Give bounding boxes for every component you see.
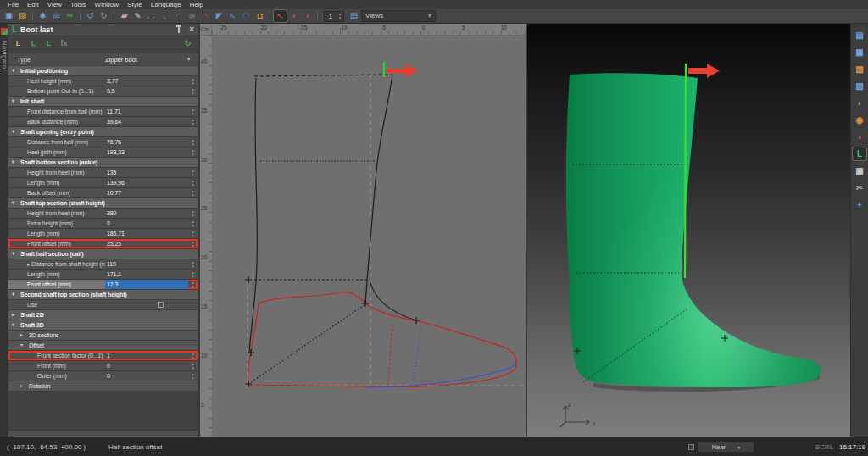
cut-icon[interactable]: ✂	[64, 10, 76, 22]
param-bottom-point-out-in-0-1[interactable]: Bottom point Out-In (0...1)0,5▴▾	[8, 86, 198, 97]
near-dropdown[interactable]: Near ▾	[698, 442, 754, 453]
section-shaft-top-section-shaft-height[interactable]: ▾Shaft top section (shaft height)	[8, 198, 198, 209]
chevron-down-icon[interactable]: ▾	[12, 97, 14, 106]
render-3d-viewport[interactable]: z x	[527, 24, 850, 437]
spinner-arrows-icon[interactable]: ▴▾	[188, 371, 198, 381]
lock-icon[interactable]: ◘	[253, 10, 266, 22]
shoe-pink-icon[interactable]: ◖	[853, 131, 866, 143]
menu-view[interactable]: View	[43, 0, 66, 9]
active-measure-icon[interactable]: ↖	[274, 10, 287, 22]
trim-icon[interactable]: ✂	[853, 181, 866, 194]
section-initial-positioning[interactable]: ▾Initial positioning	[8, 66, 198, 76]
param-value[interactable]: 171,1	[105, 270, 188, 279]
param-value[interactable]: 11,71	[105, 107, 188, 116]
front-offset-arrow-3d[interactable]	[688, 64, 720, 78]
boot-last-icon[interactable]: L	[853, 147, 866, 160]
param-value[interactable]: 0	[105, 219, 188, 228]
section-rotation[interactable]: ▸Rotation	[8, 381, 198, 392]
control-point-markers[interactable]	[245, 276, 420, 387]
param-length-mm[interactable]: Length (mm)171,1▴▾	[8, 270, 198, 280]
section-init-shaft[interactable]: ▾Init shaft	[8, 97, 198, 107]
boot-export-icon[interactable]: L	[12, 37, 25, 49]
spinner-arrows-icon[interactable]: ▴▾	[188, 351, 198, 360]
param-value[interactable]: 0	[105, 371, 188, 381]
param-length-mm[interactable]: Length (mm)186,71▴▾	[8, 229, 198, 239]
spinner-arrows-icon[interactable]: ▴▾	[188, 188, 198, 197]
spinner-arrows-icon[interactable]: ▴▾	[188, 147, 198, 157]
section-shaft-opening-entry-point[interactable]: ▾Shaft opening (entry point)	[8, 127, 198, 137]
boot-save-icon[interactable]: L	[27, 37, 40, 49]
spinner-arrows-icon[interactable]: ▴▾	[188, 219, 198, 228]
spinner-arrows-icon[interactable]: ▴▾	[188, 178, 198, 187]
spinner-arrows-icon[interactable]: ▴▾	[188, 86, 198, 96]
chevron-down-icon[interactable]: ▾	[12, 249, 14, 259]
param-front-section-factor-0-1[interactable]: Front section factor (0...1)1▴▾	[8, 351, 198, 361]
copies-spinner[interactable]: 1 ▴▾	[324, 11, 344, 22]
section-3d-sections[interactable]: ▸3D sections	[8, 331, 198, 341]
spinner-arrows-icon[interactable]: ▴▾	[188, 280, 198, 289]
chevron-down-icon[interactable]: ▾	[187, 56, 198, 63]
param-value[interactable]: 193,33	[105, 147, 188, 157]
redo-icon[interactable]: ↻	[97, 10, 110, 22]
param-height-from-heel-mm[interactable]: Height from heel (mm)135▴▾	[8, 168, 198, 178]
open-icon[interactable]: ▨	[16, 10, 29, 22]
param-front-distance-from-ball-mm[interactable]: Front distance from ball (mm)11,71▴▾	[8, 107, 198, 117]
spinner-arrows-icon[interactable]: ▴▾	[188, 117, 198, 126]
material-sphere-icon[interactable]: ◉	[853, 114, 866, 126]
param-distance-from-ball-mm[interactable]: Distance from ball (mm)76,76▴▾	[8, 137, 198, 147]
boot-load-icon[interactable]: L	[42, 37, 55, 49]
brush-icon[interactable]: ✎	[131, 10, 144, 22]
eraser-icon[interactable]: ▰	[118, 10, 131, 22]
refresh-icon[interactable]: ↻	[181, 37, 194, 49]
param-value[interactable]: 139,96	[105, 178, 188, 187]
param-extra-height-mm[interactable]: Extra height (mm)0▴▾	[8, 219, 198, 229]
param-back-distance-mm[interactable]: Back distance (mm)39,64▴▾	[8, 117, 198, 127]
navigator-icon[interactable]	[1, 28, 8, 35]
param-value[interactable]: 186,71	[105, 229, 188, 238]
chevron-down-icon[interactable]: ▾	[12, 320, 14, 330]
spinner-arrows-icon[interactable]: ▴▾	[188, 361, 198, 370]
param-length-mm[interactable]: Length (mm)139,96▴▾	[8, 178, 198, 188]
param-value[interactable]: 10,77	[105, 188, 188, 197]
spinner-arrows-icon[interactable]: ▴▾	[188, 209, 198, 218]
pin-icon[interactable]	[178, 27, 180, 33]
zoom-icon[interactable]: ◎	[50, 10, 63, 22]
chevron-right-icon[interactable]: ▸	[20, 381, 23, 391]
menu-style[interactable]: Style	[123, 0, 147, 9]
curve-icon[interactable]: ◡	[145, 10, 158, 22]
param-use[interactable]: Use	[8, 300, 198, 310]
spinner-arrows-icon[interactable]: ▴▾	[188, 76, 198, 86]
param-front-mm[interactable]: Front (mm)0▴▾	[8, 361, 198, 371]
menu-tools[interactable]: Tools	[66, 0, 91, 9]
section-second-shaft-top-section-shaft-height[interactable]: ▾Second shaft top section (shaft height)	[8, 290, 198, 300]
chevron-right-icon[interactable]: ▸	[20, 331, 23, 340]
param-value[interactable]: 12,3	[105, 280, 188, 289]
link-icon[interactable]: ∞	[186, 10, 198, 22]
panel-orange-icon[interactable]: ▧	[853, 63, 866, 75]
section-offset[interactable]: ▾Offset	[8, 341, 198, 351]
param-value[interactable]: 110	[105, 259, 188, 269]
chevron-right-icon[interactable]: ▸	[27, 262, 30, 267]
spinner-arrows-icon[interactable]: ▴▾	[337, 12, 343, 20]
spinner-arrows-icon[interactable]: ▴▾	[188, 168, 198, 177]
profile-2d-viewport[interactable]	[212, 36, 526, 437]
chevron-down-icon[interactable]: ▾	[12, 158, 14, 167]
node-select-icon[interactable]: ◤	[213, 10, 225, 22]
param-value[interactable]: 25,25	[105, 239, 188, 248]
menu-help[interactable]: Help	[185, 0, 207, 9]
undo-icon[interactable]: ↺	[84, 10, 97, 22]
param-back-offset-mm[interactable]: Back offset (mm)10,77▴▾	[8, 188, 198, 198]
folder-lock-icon[interactable]: ▨	[853, 80, 866, 92]
front-offset-arrow[interactable]	[387, 64, 418, 77]
param-value[interactable]: 39,64	[105, 117, 188, 126]
param-front-offset-mm[interactable]: Front offset (mm)25,25▴▾	[8, 239, 198, 249]
chevron-down-icon[interactable]: ▾	[12, 127, 14, 136]
navigator-tab[interactable]: Navigator	[0, 41, 8, 72]
param-value[interactable]	[105, 300, 188, 309]
spinner-arrows-icon[interactable]: ▴▾	[188, 259, 198, 269]
curve-edit-icon[interactable]: ◜	[172, 10, 185, 22]
corner-curve-icon[interactable]: ◟	[159, 10, 171, 22]
spinner-arrows-icon[interactable]: ▴▾	[188, 229, 198, 238]
menu-window[interactable]: Window	[91, 0, 123, 9]
views-dropdown[interactable]: Views ▾	[361, 10, 436, 22]
